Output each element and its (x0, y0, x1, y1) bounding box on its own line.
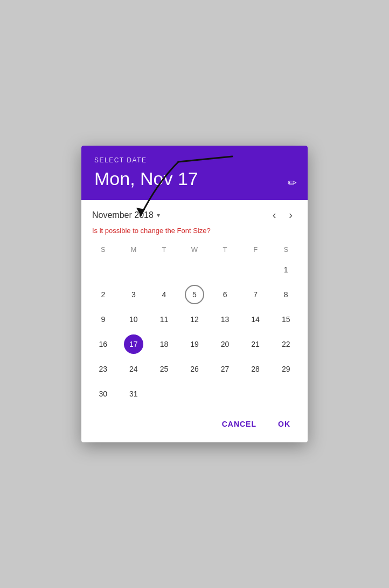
day-button[interactable]: 6 (216, 285, 235, 304)
day-button[interactable]: 22 (276, 334, 296, 354)
day-cell: 7 (240, 283, 271, 306)
month-nav: November 2018 ▾ ‹ › (88, 200, 301, 225)
cancel-button[interactable]: CANCEL (213, 414, 265, 434)
weekday-headers: SMTWTFS (88, 239, 301, 258)
calendar-body: November 2018 ▾ ‹ › Is it possible to ch… (81, 200, 308, 410)
day-cell (240, 382, 271, 406)
day-button[interactable]: 30 (93, 384, 113, 404)
edit-date-button[interactable]: ✏ (288, 176, 297, 189)
day-button[interactable]: 10 (124, 310, 143, 329)
weekday-label: M (119, 243, 149, 256)
day-cell: 1 (270, 258, 301, 282)
day-button[interactable]: 19 (185, 334, 204, 354)
empty-day (246, 384, 265, 404)
prev-month-button[interactable]: ‹ (268, 207, 281, 223)
day-cell: 8 (270, 283, 301, 306)
day-button[interactable]: 4 (154, 285, 173, 304)
day-cell (119, 258, 149, 282)
day-cell: 24 (119, 357, 149, 381)
day-button[interactable]: 3 (124, 285, 143, 304)
font-size-question-text: Is it possible to change the Font Size? (88, 225, 301, 239)
day-cell: 15 (270, 307, 301, 331)
day-button[interactable]: 14 (246, 310, 265, 329)
empty-day (185, 384, 204, 404)
dropdown-arrow-icon: ▾ (157, 211, 160, 219)
day-cell: 30 (88, 382, 119, 406)
day-cell: 11 (149, 307, 179, 331)
day-cell: 5 (179, 283, 210, 306)
dialog-header: SELECT DATE Mon, Nov 17 ✏ (81, 146, 308, 200)
day-button[interactable]: 26 (185, 359, 204, 379)
day-cell: 17 (119, 332, 149, 356)
day-cell: 14 (240, 307, 271, 331)
day-button[interactable]: 12 (185, 310, 204, 329)
empty-day (124, 260, 143, 279)
day-cell: 26 (179, 357, 210, 381)
day-button[interactable]: 21 (246, 334, 265, 354)
next-month-button[interactable]: › (284, 207, 297, 223)
month-year-button[interactable]: November 2018 ▾ (92, 210, 268, 220)
day-cell: 19 (179, 332, 210, 356)
day-cell: 27 (210, 357, 240, 381)
empty-day (216, 384, 235, 404)
ok-button[interactable]: OK (269, 414, 299, 434)
day-cell: 3 (119, 283, 149, 306)
day-cell: 22 (270, 332, 301, 356)
day-cell: 13 (210, 307, 240, 331)
day-cell (149, 258, 179, 282)
pencil-icon: ✏ (288, 177, 297, 189)
weekday-label: S (270, 243, 301, 256)
day-cell: 9 (88, 307, 119, 331)
month-year-label: November 2018 (92, 210, 154, 220)
day-cell: 23 (88, 357, 119, 381)
weekday-label: S (88, 243, 119, 256)
day-button[interactable]: 8 (276, 285, 296, 304)
day-button[interactable]: 13 (216, 310, 235, 329)
day-button[interactable]: 27 (216, 359, 235, 379)
chevron-right-icon: › (289, 209, 293, 221)
day-button[interactable]: 11 (154, 310, 173, 329)
day-button[interactable]: 5 (185, 285, 204, 304)
day-cell: 18 (149, 332, 179, 356)
day-cell: 2 (88, 283, 119, 306)
day-button[interactable]: 7 (246, 285, 265, 304)
day-cell: 28 (240, 357, 271, 381)
day-cell (88, 258, 119, 282)
empty-day (154, 384, 173, 404)
day-button[interactable]: 24 (124, 359, 143, 379)
chevron-left-icon: ‹ (273, 209, 276, 221)
selected-date-display: Mon, Nov 17 (94, 168, 295, 189)
day-cell (210, 258, 240, 282)
day-cell: 4 (149, 283, 179, 306)
day-button[interactable]: 31 (124, 384, 143, 404)
day-button[interactable]: 20 (216, 334, 235, 354)
empty-day (154, 260, 173, 279)
days-grid[interactable]: 1234567891011121314151617181920212223242… (88, 258, 301, 406)
day-button[interactable]: 17 (124, 334, 143, 354)
day-cell: 16 (88, 332, 119, 356)
day-button[interactable]: 28 (246, 359, 265, 379)
day-cell (210, 382, 240, 406)
nav-arrows: ‹ › (268, 207, 297, 223)
empty-day (246, 260, 265, 279)
day-button[interactable]: 18 (154, 334, 173, 354)
day-cell (179, 258, 210, 282)
empty-day (93, 260, 113, 279)
day-cell (179, 382, 210, 406)
day-button[interactable]: 9 (93, 310, 113, 329)
day-button[interactable]: 23 (93, 359, 113, 379)
day-button[interactable]: 2 (93, 285, 113, 304)
day-cell: 29 (270, 357, 301, 381)
day-button[interactable]: 29 (276, 359, 296, 379)
day-button[interactable]: 15 (276, 310, 296, 329)
weekday-label: T (210, 243, 240, 256)
empty-day (276, 384, 296, 404)
day-cell: 10 (119, 307, 149, 331)
day-button[interactable]: 16 (93, 334, 113, 354)
weekday-label: F (240, 243, 271, 256)
date-picker-dialog: SELECT DATE Mon, Nov 17 ✏ November 2018 … (81, 146, 308, 442)
day-button[interactable]: 25 (154, 359, 173, 379)
day-cell (240, 258, 271, 282)
day-button[interactable]: 1 (276, 260, 296, 279)
dialog-actions: CANCEL OK (81, 410, 308, 442)
